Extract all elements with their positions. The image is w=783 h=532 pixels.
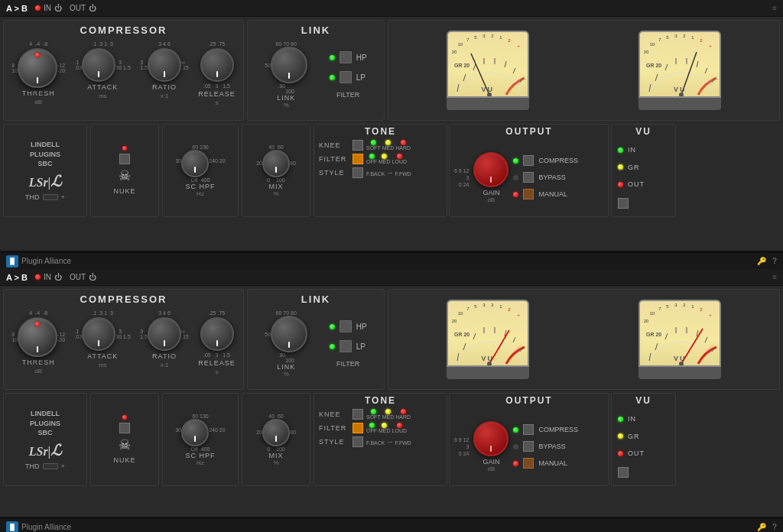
pa-icon-1: ▐▌	[6, 255, 18, 268]
manual-btn-2[interactable]	[523, 458, 534, 469]
bypass-led-1	[513, 175, 518, 180]
mix-section-2: 40 60 20 80 0 100 MIX %	[242, 393, 310, 486]
mix-section-1: 40 60 20 80 0 100 MIX %	[242, 124, 310, 217]
release-knob-2[interactable]	[200, 317, 234, 351]
attack-knob[interactable]	[82, 48, 115, 82]
mix-knob-1[interactable]	[262, 150, 290, 177]
manual-btn-1[interactable]	[523, 189, 534, 200]
thresh-knob-2[interactable]	[18, 317, 57, 357]
svg-text:20: 20	[644, 319, 649, 323]
filter-orange-btn-2[interactable]	[353, 423, 363, 433]
compress-led-1	[513, 158, 518, 164]
ratio-sublabel: x:1	[161, 92, 169, 99]
svg-text:2: 2	[684, 34, 687, 38]
nuke-led-1	[122, 146, 127, 151]
svg-text:GR 20: GR 20	[646, 332, 661, 337]
nuke-led-2	[122, 415, 127, 420]
hp-btn[interactable]	[340, 51, 352, 63]
tone-title-2: TONE	[314, 394, 447, 407]
link-title-2: LINK	[251, 291, 381, 307]
ratio-knob-container-2: 3 4 6 31.5 ∞.15 RATIO x:1	[140, 310, 188, 368]
svg-text:1: 1	[499, 304, 502, 309]
vu-in-label-1: IN	[628, 146, 636, 154]
vu-out-row-1: OUT	[618, 180, 669, 188]
vu-mode-btn-2[interactable]	[618, 467, 629, 478]
thresh-label-2: THRESH	[22, 358, 55, 366]
bypass-row-2: BYPASS	[513, 441, 604, 452]
lp-btn[interactable]	[340, 71, 352, 83]
pa-label-1: Plugin Alliance	[21, 257, 71, 265]
vu-out-row-2: OUT	[618, 449, 669, 457]
knee-soft-label-2: SOFT	[366, 414, 381, 420]
style-check-2[interactable]	[353, 436, 363, 447]
vu-meter-3: 20 10 7 5 3 2 1 2 + GR 20	[447, 300, 529, 379]
lp-btn-2[interactable]	[340, 340, 352, 352]
release-knob[interactable]	[200, 48, 234, 82]
compress-btn-2[interactable]	[523, 424, 534, 435]
thresh-knob-container-2: 4 -4 -8 810 -12-20 THRESH dB	[11, 310, 65, 375]
filter-row-label-2: FILTER	[319, 424, 349, 432]
bypass-btn-2[interactable]	[523, 441, 534, 452]
hp-btn-2[interactable]	[340, 320, 352, 332]
hp-led	[330, 55, 335, 60]
svg-line-56	[513, 337, 515, 342]
ratio-knob-2[interactable]	[148, 317, 181, 351]
ab-label-2[interactable]: A > B	[6, 273, 28, 282]
key-icon[interactable]: 🔑	[757, 257, 766, 265]
filter-loud-led	[397, 154, 402, 159]
link-knob-label-2: LINK	[277, 363, 295, 371]
filter-off-led	[369, 154, 375, 159]
svg-text:20: 20	[451, 50, 456, 54]
thd-label-2: THD	[25, 462, 40, 470]
vu-mode-btn-1[interactable]	[618, 198, 629, 209]
attack-label: ATTACK	[87, 83, 118, 91]
attack-knob-2[interactable]	[82, 317, 115, 351]
filter-off-label: OFF	[366, 159, 377, 164]
vu-output-content-1: IN GR OUT	[612, 138, 675, 216]
filter-orange-btn-1[interactable]	[353, 154, 363, 164]
svg-text:GR 20: GR 20	[646, 63, 661, 68]
filter-off-led-2	[369, 423, 375, 428]
bypass-btn-1[interactable]	[523, 172, 534, 183]
plugin-instance-2: A > B IN ⏻ OUT ⏻ ≡ COMPRESSOR 4 -4 -8 81…	[0, 269, 783, 518]
thd-slider-2[interactable]	[43, 463, 58, 469]
help-btn-2[interactable]: ?	[772, 523, 777, 531]
knee-row-2: KNEE SOFT MED HARD	[314, 407, 447, 421]
gain-knob-2[interactable]	[473, 421, 508, 456]
knee-check-2[interactable]	[353, 409, 363, 420]
svg-text:5: 5	[474, 304, 477, 309]
link-knob-2[interactable]	[271, 316, 307, 352]
compress-btn-1[interactable]	[523, 155, 534, 166]
ratio-knob[interactable]	[148, 48, 181, 82]
brand-section-1: LINDELL PLUGINS SBC LSr|ℒ THD +	[3, 124, 87, 217]
thresh-knob-container: 4 -4 -8 810 -12-20 THRESH dB	[11, 41, 65, 105]
in-indicator-2: IN ⏻	[35, 273, 62, 281]
mix-label-2: MIX	[268, 452, 283, 459]
svg-text:7: 7	[466, 307, 469, 311]
key-icon-2[interactable]: 🔑	[757, 523, 766, 531]
nuke-section-1: ☠ NUKE	[90, 124, 159, 217]
vu-in-led-1	[618, 148, 623, 153]
knee-med-label: MED	[382, 145, 395, 151]
thresh-knob[interactable]	[18, 48, 57, 88]
thd-slider[interactable]	[43, 194, 58, 200]
svg-text:10: 10	[457, 42, 463, 47]
gain-knob-1[interactable]	[473, 152, 508, 187]
svg-text:GR 20: GR 20	[454, 63, 469, 68]
mix-knob-2[interactable]	[262, 419, 290, 446]
style-check-1[interactable]	[353, 167, 363, 178]
knee-check-1[interactable]	[353, 140, 363, 151]
in-label-2: IN	[44, 273, 51, 281]
sc-hpf-knob-2[interactable]	[181, 419, 209, 446]
sc-hpf-knob-1[interactable]	[181, 150, 209, 177]
help-btn-1[interactable]: ?	[772, 257, 777, 265]
ab-label-1[interactable]: A > B	[6, 4, 28, 13]
svg-text:1: 1	[692, 35, 695, 40]
nuke-btn-2[interactable]	[119, 423, 130, 433]
svg-text:5: 5	[667, 304, 670, 309]
release-knob-container: .25 .75 .05 3 1.5 RELEASE s	[198, 41, 236, 106]
vu-gr-led-2	[618, 433, 623, 439]
link-knob[interactable]	[271, 47, 307, 83]
nuke-btn-1[interactable]	[119, 154, 130, 164]
vu-meters-top-2: 20 10 7 5 3 2 1 2 + GR 20	[388, 289, 780, 390]
